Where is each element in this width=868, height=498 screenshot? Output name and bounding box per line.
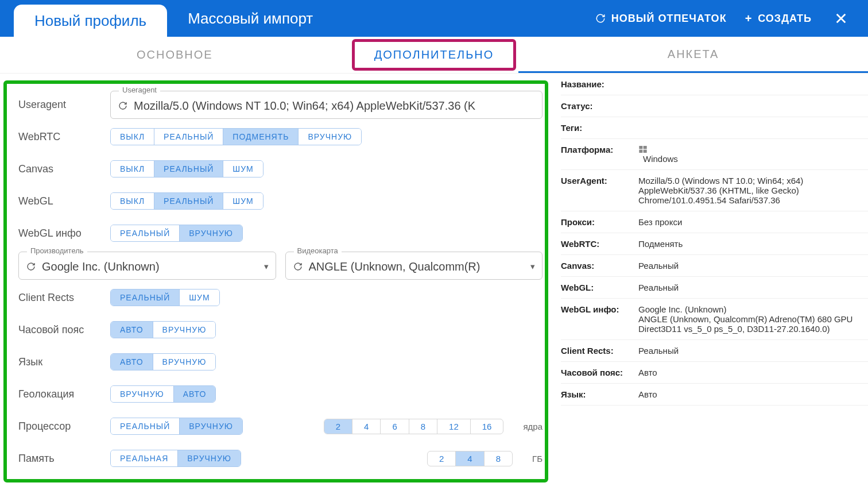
body: Useragent Useragent Mozilla/5.0 (Windows… [0,74,868,498]
timezone-label: Часовой пояс [10,324,102,336]
language-label: Язык [10,356,102,368]
row-cpu: Процессор РЕАЛЬНЫЙ ВРУЧНУЮ 2 4 6 8 12 16… [10,410,542,442]
webrtc-real[interactable]: РЕАЛЬНЫЙ [154,129,223,145]
tab-mass-import[interactable]: Массовый импорт [167,0,334,37]
main-panel: Useragent Useragent Mozilla/5.0 (Windows… [0,74,555,498]
create-button[interactable]: + СОЗДАТЬ [745,12,812,25]
refresh-icon[interactable] [293,261,303,272]
name-value [638,79,868,89]
platform-value: Windows [638,145,868,164]
memory-label: Память [10,453,102,465]
timezone-manual[interactable]: ВРУЧНУЮ [153,322,216,338]
advanced-settings-box: Useragent Useragent Mozilla/5.0 (Windows… [3,80,548,482]
subtab-advanced[interactable]: ДОПОЛНИТЕЛЬНО [352,39,517,71]
cpu-manual[interactable]: ВРУЧНУЮ [180,418,242,434]
cpu-core-12[interactable]: 12 [437,419,471,434]
refresh-icon[interactable] [118,101,128,111]
vendor-value: Google Inc. (Unknown) [42,260,258,273]
canvas-noise[interactable]: ШУМ [223,161,262,177]
lang-value: Авто [638,389,868,399]
cpu-core-2[interactable]: 2 [324,419,352,434]
webgl-value: Реальный [638,283,868,292]
topbar-actions: НОВЫЙ ОТПЕЧАТОК + СОЗДАТЬ [595,0,868,37]
row-vendor-gpu: Производитель Google Inc. (Unknown) ▾ Ви… [10,249,542,281]
vendor-select[interactable]: Производитель Google Inc. (Unknown) ▾ [18,252,276,280]
webgl-real[interactable]: РЕАЛЬНЫЙ [154,193,223,209]
canvas-toggle: ВЫКЛ РЕАЛЬНЫЙ ШУМ [110,160,264,177]
cpu-label: Процессор [10,420,102,433]
cpu-core-4[interactable]: 4 [352,419,381,434]
geo-manual[interactable]: ВРУЧНУЮ [111,386,174,402]
lang-key: Язык: [561,389,638,399]
tab-new-profile[interactable]: Новый профиль [14,5,167,37]
kv-language: Язык:Авто [561,384,868,406]
subtab-basic[interactable]: ОСНОВНОЕ [0,37,350,73]
row-useragent: Useragent Useragent Mozilla/5.0 (Windows… [10,88,542,121]
top-tabs: Новый профиль Массовый импорт [0,0,334,37]
gpu-select[interactable]: Видеокарта ANGLE (Unknown, Qualcomm(R) ▾ [285,252,543,280]
cr-value: Реальный [638,346,868,356]
platform-key: Платформа: [561,145,638,164]
row-client-rects: Client Rects РЕАЛЬНЫЙ ШУМ [10,281,542,314]
kv-webrtc: WebRTC:Подменять [561,233,868,255]
webgl-info-manual[interactable]: ВРУЧНУЮ [180,225,242,241]
new-fingerprint-button[interactable]: НОВЫЙ ОТПЕЧАТОК [595,13,727,25]
memory-real[interactable]: РЕАЛЬНАЯ [111,450,178,466]
language-toggle: АВТО ВРУЧНУЮ [110,353,216,370]
webrtc-spoof[interactable]: ПОДМЕНЯТЬ [223,129,299,145]
refresh-icon[interactable] [26,261,36,272]
row-timezone: Часовой пояс АВТО ВРУЧНУЮ [10,314,542,346]
chevron-down-icon[interactable]: ▾ [264,261,269,272]
language-auto[interactable]: АВТО [111,354,153,370]
webrtc-manual[interactable]: ВРУЧНУЮ [299,129,361,145]
plus-icon: + [745,12,753,25]
platform-text: Windows [643,154,678,164]
timezone-auto[interactable]: АВТО [111,322,153,338]
create-label: СОЗДАТЬ [758,13,812,25]
useragent-label: Useragent [10,99,102,111]
client-rects-real[interactable]: РЕАЛЬНЫЙ [111,289,180,306]
status-value [638,101,868,111]
geo-auto[interactable]: АВТО [174,386,216,402]
canvas-label: Canvas [10,163,102,175]
kv-timezone: Часовой пояс:Авто [561,362,868,384]
subtab-profile[interactable]: АНКЕТА [518,37,868,73]
webgl-info-real[interactable]: РЕАЛЬНЫЙ [111,225,180,241]
profile-summary-panel: Название: Статус: Теги: Платформа:Window… [555,74,868,498]
webrtc-off[interactable]: ВЫКЛ [111,129,154,145]
webgl-noise[interactable]: ШУМ [223,193,262,209]
close-button[interactable] [830,12,852,25]
geolocation-toggle: ВРУЧНУЮ АВТО [110,385,216,403]
client-rects-noise[interactable]: ШУМ [180,289,219,306]
client-rects-label: Client Rects [10,292,102,304]
mem-4[interactable]: 4 [456,451,484,466]
chevron-down-icon[interactable]: ▾ [530,261,535,272]
webrtc-value: Подменять [638,239,868,249]
gpu-value: ANGLE (Unknown, Qualcomm(R) [309,260,525,273]
useragent-field[interactable]: Useragent Mozilla/5.0 (Windows NT 10.0; … [110,91,542,119]
mem-8[interactable]: 8 [485,451,512,466]
name-key: Название: [561,79,638,89]
cpu-core-6[interactable]: 6 [381,419,409,434]
tz-value: Авто [638,368,868,377]
geolocation-label: Геолокация [10,388,102,400]
cpu-real[interactable]: РЕАЛЬНЫЙ [111,418,180,434]
ua-value: Mozilla/5.0 (Windows NT 10.0; Win64; x64… [638,176,868,205]
canvas-real[interactable]: РЕАЛЬНЫЙ [154,161,223,177]
mem-2[interactable]: 2 [428,451,456,466]
memory-size-select: 2 4 8 [427,451,513,466]
kv-tags: Теги: [561,117,868,139]
language-manual[interactable]: ВРУЧНУЮ [153,354,216,370]
sub-tabs: ОСНОВНОЕ ДОПОЛНИТЕЛЬНО АНКЕТА [0,37,868,74]
status-key: Статус: [561,101,638,111]
svg-rect-3 [644,146,647,149]
webgl-off[interactable]: ВЫКЛ [111,193,154,209]
cr-key: Client Rects: [561,346,638,356]
canvas-off[interactable]: ВЫКЛ [111,161,154,177]
webgl-info-key: WebGL инфо: [561,304,638,334]
webgl-info-toggle: РЕАЛЬНЫЙ ВРУЧНУЮ [110,225,243,242]
cpu-core-16[interactable]: 16 [471,419,503,434]
memory-manual[interactable]: ВРУЧНУЮ [178,450,241,466]
windows-icon [638,145,868,154]
cpu-core-8[interactable]: 8 [409,419,437,434]
